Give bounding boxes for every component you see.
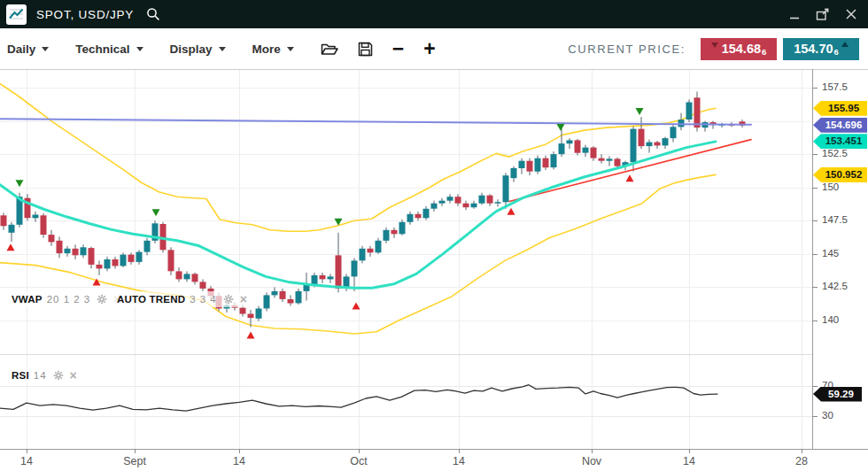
price-up-arrow-icon [841,42,849,47]
chevron-down-icon [136,47,143,51]
symbol-title: SPOT, USD/JPY [36,8,134,21]
rsi-indicator-label: RSI 14 × [7,367,81,383]
vwap-settings-icon[interactable] [97,294,107,305]
price-down-arrow-icon [711,42,718,48]
price-badge-150.952: 150.952 [813,167,867,182]
rsi-settings-icon[interactable] [53,370,64,381]
bid-price-badge: 154.68 6 [701,38,777,60]
zoom-out-button[interactable]: − [392,40,404,58]
search-icon[interactable] [146,7,160,21]
chevron-down-icon [219,47,226,51]
price-badge-155.95: 155.95 [813,101,867,116]
menu-technical[interactable]: Technical [75,42,143,56]
price-tick-label: 152.5 [822,148,848,158]
toolbar: Daily Technical Display More [0,28,868,69]
auto-trend-indicator-name: AUTO TREND [117,294,185,305]
price-badge-153.451: 153.451 [813,134,867,149]
time-tick-label: Sept [123,455,146,467]
time-tick-label: 14 [453,455,465,467]
chevron-down-icon [287,47,294,51]
price-tick-label: 142.5 [822,281,848,291]
price-tick-label: 140 [822,314,839,325]
candlestick-chart[interactable] [0,69,868,471]
current-price-label: CURRENT PRICE: [568,42,686,56]
time-tick-label: Oct [350,455,367,467]
vwap-indicator-params: 20 1 2 3 [47,294,91,305]
app-logo-icon [6,4,27,25]
time-tick-label: 14 [20,455,33,467]
menu-daily-label: Daily [7,42,35,56]
minimize-button[interactable] [783,3,806,26]
open-folder-icon[interactable] [321,42,338,56]
price-tick-label: 157.5 [822,81,848,92]
popout-button[interactable] [811,3,834,26]
save-icon[interactable] [358,42,373,57]
time-tick-label: 14 [683,455,695,467]
auto-trend-remove-icon[interactable]: × [240,294,247,305]
rsi-tick-label: 30 [822,410,833,421]
menu-technical-label: Technical [75,42,129,56]
ask-price-badge: 154.70 6 [783,38,859,60]
ask-price-pip: 6 [834,47,839,57]
chart-area[interactable]: VWAP 20 1 2 3 × AUTO TREND 3 3 4 × RSI 1… [0,69,868,471]
vwap-indicator-name: VWAP [12,294,43,305]
price-badge-154.696: 154.696 [813,118,867,133]
price-tick-label: 145 [822,248,839,259]
close-icon[interactable] [840,3,863,26]
auto-trend-indicator-label: AUTO TREND 3 3 4 × [112,291,252,307]
menu-display[interactable]: Display [170,42,226,56]
bid-price-value: 154.68 [722,42,761,56]
time-tick-label: 14 [233,455,245,467]
zoom-in-button[interactable]: + [423,40,435,58]
ask-price-value: 154.70 [794,42,833,56]
price-tick-label: 147.5 [822,214,848,225]
trading-chart-window: SPOT, USD/JPY Daily [0,0,868,471]
rsi-indicator-name: RSI [12,370,29,381]
rsi-indicator-params: 14 [34,370,47,381]
menu-daily[interactable]: Daily [7,42,49,56]
menu-more[interactable]: More [252,42,294,56]
menu-more-label: More [252,42,281,56]
auto-trend-settings-icon[interactable] [223,294,234,305]
titlebar: SPOT, USD/JPY [0,0,868,28]
chevron-down-icon [42,47,49,51]
auto-trend-indicator-params: 3 3 4 [190,294,217,305]
rsi-value-badge: 59.29 [813,387,862,402]
vwap-indicator-label: VWAP 20 1 2 3 × [7,291,125,307]
time-tick-label: 28 [795,455,808,467]
menu-display-label: Display [170,42,213,56]
price-tick-label: 150 [822,181,839,192]
bid-price-pip: 6 [762,47,766,57]
time-tick-label: Nov [582,455,601,467]
rsi-remove-icon[interactable]: × [70,370,77,381]
